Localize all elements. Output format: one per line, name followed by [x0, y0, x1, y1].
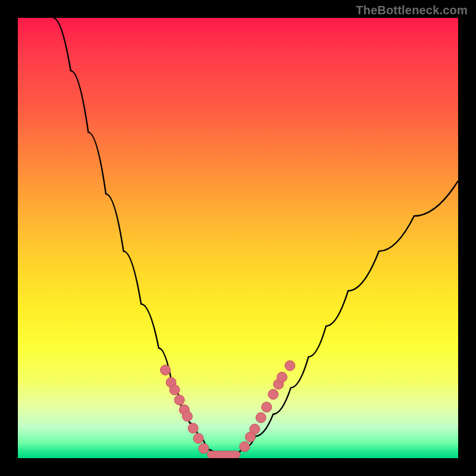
marker-dot — [262, 402, 272, 412]
watermark-text: TheBottleneck.com — [356, 4, 468, 17]
marker-dot — [193, 433, 203, 443]
marker-dot — [199, 443, 209, 453]
marker-dot — [277, 372, 287, 382]
valley-bar — [207, 451, 240, 458]
marker-dot — [170, 385, 180, 395]
markers-left-group — [160, 365, 208, 454]
marker-dot — [174, 395, 184, 405]
marker-dot — [256, 412, 266, 422]
marker-dot — [268, 389, 278, 399]
marker-dot — [182, 411, 192, 421]
bottleneck-curve-path — [53, 18, 458, 454]
marker-dot — [285, 361, 295, 371]
marker-dot — [250, 424, 260, 434]
marker-dot — [160, 365, 170, 375]
curve-layer — [18, 18, 458, 458]
plot-area — [18, 18, 458, 458]
markers-right-group — [240, 361, 295, 452]
marker-dot — [240, 441, 250, 452]
marker-dot — [188, 423, 198, 433]
chart-frame: TheBottleneck.com — [0, 0, 476, 476]
